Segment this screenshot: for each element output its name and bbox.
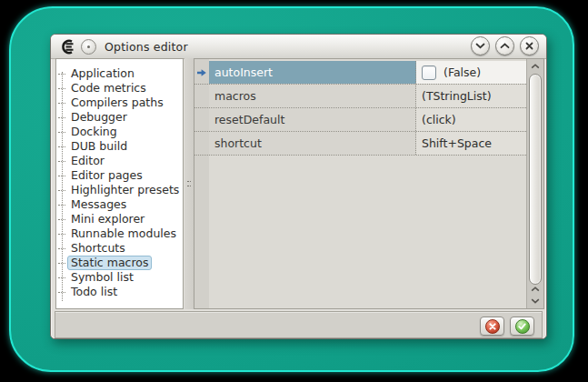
sidebar-item-mini-explorer[interactable]: Mini explorer	[56, 212, 183, 226]
grid-row[interactable]: autoInsert (False)	[194, 61, 526, 85]
tree-connector-stub	[58, 190, 65, 191]
property-value-text: (click)	[422, 108, 456, 131]
tree-connector-stub	[58, 248, 65, 249]
sidebar-item-messages[interactable]: Messages	[56, 197, 183, 212]
window-menu-button[interactable]	[81, 39, 96, 55]
window-menu-dot-icon	[87, 45, 90, 48]
sidebar-item-shortcuts[interactable]: Shortcuts	[56, 241, 183, 256]
sidebar-item-editor[interactable]: Editor	[56, 154, 183, 168]
red-cross-icon	[485, 319, 500, 334]
grid-scrollbar[interactable]	[526, 59, 543, 308]
property-grid: autoInsert (False) macros (TStringList) …	[194, 58, 544, 309]
coedit-logo-icon	[58, 39, 77, 55]
scrollbar-up-button-bottom[interactable]	[527, 283, 543, 296]
tree-connector-stub	[58, 161, 65, 162]
titlebar: Options editor	[51, 35, 546, 59]
tree-connector-stub	[58, 146, 65, 147]
category-list: Application Code metrics Compilers paths…	[55, 58, 184, 309]
accept-button[interactable]	[510, 317, 534, 336]
close-button[interactable]	[520, 36, 539, 55]
property-value-text: Shift+Space	[422, 132, 492, 155]
maximize-button[interactable]	[495, 36, 514, 55]
tree-connector-stub	[58, 176, 65, 176]
blue-arrow-right-icon	[196, 67, 207, 78]
chevron-down-icon	[475, 43, 485, 49]
sidebar-item-runnable-modules[interactable]: Runnable modules	[56, 226, 183, 241]
window-controls	[471, 36, 539, 55]
property-value-cell[interactable]: (TStringList)	[416, 85, 526, 107]
sidebar-list: Application Code metrics Compilers paths…	[56, 66, 183, 299]
property-value-cell[interactable]: (False)	[416, 61, 526, 84]
scrollbar-up-button[interactable]	[527, 60, 543, 73]
tree-connector-stub	[58, 219, 65, 220]
grid-row-gutter	[194, 108, 209, 131]
property-name-cell[interactable]: shortcut	[209, 132, 416, 155]
grid-row-gutter	[194, 132, 209, 155]
tree-connector-stub	[58, 117, 65, 118]
sidebar-item-symbol-list[interactable]: Symbol list	[56, 270, 183, 285]
tree-connector-stub	[58, 277, 65, 278]
property-value-text: (False)	[443, 61, 481, 84]
property-name-cell[interactable]: resetDefault	[209, 108, 416, 131]
property-name-cell[interactable]: macros	[209, 85, 416, 107]
grid-row-gutter	[194, 85, 209, 107]
grid-row[interactable]: macros (TStringList)	[194, 85, 526, 108]
window-title: Options editor	[105, 40, 188, 54]
splitter-handle[interactable]	[184, 58, 194, 309]
grid-row-gutter	[194, 61, 209, 84]
sidebar-item-dub-build[interactable]: DUB build	[56, 139, 183, 154]
property-value-cell[interactable]: Shift+Space	[416, 132, 526, 155]
sidebar-item-static-macros[interactable]: Static macros	[56, 256, 183, 270]
close-icon	[525, 42, 533, 50]
grid-rows: autoInsert (False) macros (TStringList) …	[194, 61, 526, 156]
chevron-up-icon	[531, 64, 540, 69]
tree-connector-stub	[58, 234, 65, 235]
tree-connector-stub	[58, 74, 65, 75]
footer-panel	[55, 311, 543, 338]
options-editor-window: Options editor Application	[50, 34, 547, 339]
chevron-up-icon	[500, 43, 510, 49]
property-name-cell[interactable]: autoInsert	[209, 61, 416, 84]
grid-row[interactable]: shortcut Shift+Space	[194, 132, 526, 156]
tree-connector-stub	[58, 132, 65, 133]
tree-connector-stub	[58, 292, 65, 293]
sidebar-item-todo-list[interactable]: Todo list	[56, 285, 183, 299]
sidebar-item-docking[interactable]: Docking	[56, 125, 183, 139]
cancel-button[interactable]	[480, 317, 504, 336]
splitter-grip-icon	[187, 181, 191, 186]
chevron-up-icon	[531, 286, 540, 292]
checkbox[interactable]	[422, 65, 436, 80]
sidebar-item-highlighter-presets[interactable]: Highlighter presets	[56, 183, 183, 197]
green-check-icon	[515, 319, 530, 334]
scrollbar-down-button[interactable]	[527, 295, 543, 307]
sidebar-item-application[interactable]: Application	[56, 66, 183, 81]
property-value-cell[interactable]: (click)	[416, 108, 526, 131]
sidebar-item-editor-pages[interactable]: Editor pages	[56, 168, 183, 183]
tree-connector-stub	[58, 263, 65, 264]
sidebar-item-code-metrics[interactable]: Code metrics	[56, 81, 183, 96]
scrollbar-thumb[interactable]	[529, 74, 542, 285]
sidebar-item-debugger[interactable]: Debugger	[56, 110, 183, 125]
minimize-button[interactable]	[471, 36, 490, 55]
tree-connector-stub	[58, 103, 65, 104]
sidebar-item-compilers-paths[interactable]: Compilers paths	[56, 96, 183, 110]
chevron-down-icon	[531, 298, 540, 304]
tree-connector-stub	[58, 88, 65, 89]
grid-row[interactable]: resetDefault (click)	[194, 108, 526, 132]
tree-connector-stub	[58, 205, 65, 206]
property-value-text: (TStringList)	[422, 85, 492, 107]
